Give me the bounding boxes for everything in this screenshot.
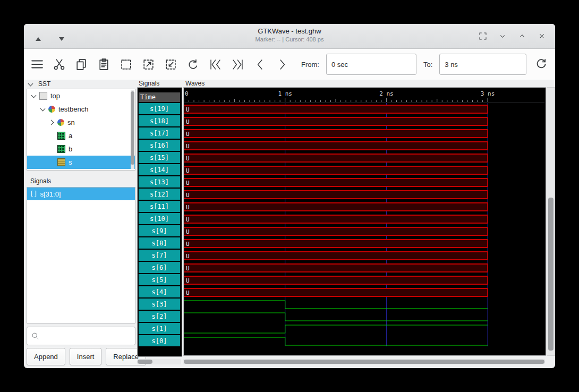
from-input[interactable] xyxy=(326,54,416,75)
signal-name-cell-s[15][interactable]: s[15] xyxy=(139,152,180,163)
menu-button[interactable] xyxy=(29,57,45,72)
signal-name-cell-s[19][interactable]: s[19] xyxy=(139,103,180,114)
waves-vscrollbar-thumb[interactable] xyxy=(548,198,554,351)
tree-indent-spacer xyxy=(49,133,54,138)
chip-icon xyxy=(39,92,47,100)
paste-button[interactable] xyxy=(96,57,112,72)
titlebar[interactable]: GTKWave - test.ghw Marker: -- | Cursor: … xyxy=(24,24,555,49)
tree-item-top[interactable]: top xyxy=(27,89,135,103)
signal-name-cell-s[9][interactable]: s[9] xyxy=(139,225,180,236)
signal-name-cell-s[8][interactable]: s[8] xyxy=(139,237,180,249)
titlebar-down-arrow-button[interactable] xyxy=(56,33,67,45)
zoom-undo-button[interactable] xyxy=(185,57,201,72)
maximize-button[interactable] xyxy=(516,30,528,42)
signal-name-cell-s[4][interactable]: s[4] xyxy=(139,286,180,297)
waves-hscrollbar[interactable] xyxy=(183,359,545,364)
sst-section-header[interactable]: SST xyxy=(28,80,50,88)
sst-scrollbar[interactable] xyxy=(131,90,134,169)
zoom-in-icon xyxy=(142,58,155,71)
zoom-out-button[interactable] xyxy=(163,57,178,72)
signal-name-cell-s[10][interactable]: s[10] xyxy=(139,213,180,224)
collapse-chevron-icon[interactable] xyxy=(28,82,33,87)
titlebar-up-arrow-button[interactable] xyxy=(32,33,44,45)
to-input[interactable] xyxy=(439,54,526,75)
signal-name-cell-s[17][interactable]: s[17] xyxy=(139,127,180,139)
signals-list-panel: []s[31:0] xyxy=(27,187,135,323)
signal-name-cell-s[18][interactable]: s[18] xyxy=(139,115,180,126)
tree-item-label: testbench xyxy=(58,105,88,113)
tree-item-a[interactable]: a xyxy=(27,129,135,142)
reload-icon xyxy=(534,57,548,71)
tree-item-b[interactable]: b xyxy=(27,142,135,156)
tree-item-label: sn xyxy=(67,118,75,126)
down-triangle-icon xyxy=(59,37,64,41)
append-button[interactable]: Append xyxy=(27,348,65,365)
tree-item-label: top xyxy=(50,92,60,100)
jump-start-button[interactable] xyxy=(208,57,223,72)
signal-name-cell-s[7][interactable]: s[7] xyxy=(139,250,180,261)
menu-icon xyxy=(30,57,44,71)
svg-text:U: U xyxy=(186,143,190,150)
waves-vscrollbar[interactable] xyxy=(547,87,555,356)
tree-indent-spacer xyxy=(49,160,54,165)
from-label: From: xyxy=(301,61,319,69)
list-item-label: s[31:0] xyxy=(40,190,61,198)
signal-name-cell-s[6][interactable]: s[6] xyxy=(139,262,180,273)
sst-scrollbar-thumb[interactable] xyxy=(131,91,134,165)
search-box xyxy=(27,327,135,345)
next-edge-button[interactable] xyxy=(275,57,290,72)
close-icon xyxy=(537,31,547,41)
tree-item-sn[interactable]: sn xyxy=(27,116,135,129)
fullscreen-button[interactable] xyxy=(477,30,489,42)
signal-name-cell-s[2][interactable]: s[2] xyxy=(139,311,180,322)
vector-icon xyxy=(57,132,65,140)
zoom-fit-button[interactable] xyxy=(118,57,134,72)
module-icon xyxy=(48,106,55,113)
signals-list: []s[31:0] xyxy=(27,188,135,200)
cut-button[interactable] xyxy=(52,57,67,72)
signal-name-cell-s[16][interactable]: s[16] xyxy=(139,140,180,151)
tree-item-testbench[interactable]: testbench xyxy=(27,103,135,116)
signal-name-cell-s[12][interactable]: s[12] xyxy=(139,189,180,200)
window-statusline: Marker: -- | Cursor: 408 ps xyxy=(88,36,491,42)
signal-name-cell-s[0][interactable]: s[0] xyxy=(139,335,180,346)
bus-bracket-icon: [] xyxy=(30,190,37,198)
svg-text:U: U xyxy=(186,180,190,186)
minimize-button[interactable] xyxy=(497,30,508,42)
tree-item-label: b xyxy=(69,145,72,153)
expander-icon[interactable] xyxy=(49,120,54,125)
waveform-svg[interactable]: 01 ns2 ns3 nsUUUUUUUUUUUUUUUU xyxy=(184,88,544,354)
copy-button[interactable] xyxy=(74,57,89,72)
insert-button[interactable]: Insert xyxy=(70,348,102,365)
signal-name-cell-s[14][interactable]: s[14] xyxy=(139,164,180,175)
signal-name-cell-s[13][interactable]: s[13] xyxy=(139,176,180,188)
jump-end-button[interactable] xyxy=(230,57,245,72)
zoom-in-button[interactable] xyxy=(141,57,156,72)
names-hscrollbar[interactable] xyxy=(137,359,181,364)
signal-name-cell-s[3][interactable]: s[3] xyxy=(139,299,180,310)
expander-icon[interactable] xyxy=(31,93,36,98)
close-button[interactable] xyxy=(536,30,548,42)
copy-icon xyxy=(75,58,88,71)
time-header[interactable]: Time xyxy=(139,92,180,102)
sst-tree-panel: toptestbenchsnabs xyxy=(27,89,135,171)
signal-name-cell-s[5][interactable]: s[5] xyxy=(139,274,180,285)
signal-name-cell-s[1][interactable]: s[1] xyxy=(139,323,180,334)
list-item-s[31:0][interactable]: []s[31:0] xyxy=(27,188,135,200)
vector-icon xyxy=(57,145,65,153)
tree-item-s[interactable]: s xyxy=(27,156,135,169)
svg-text:0: 0 xyxy=(185,90,189,97)
search-input[interactable] xyxy=(42,327,138,345)
waves-frame-label: Waves xyxy=(185,80,205,87)
waves-panel[interactable]: 01 ns2 ns3 nsUUUUUUUUUUUUUUUU xyxy=(183,87,546,356)
expander-icon[interactable] xyxy=(40,107,45,112)
names-hscrollbar-thumb[interactable] xyxy=(138,360,152,364)
prev-edge-button[interactable] xyxy=(252,57,268,72)
search-icon xyxy=(31,332,39,340)
svg-text:1 ns: 1 ns xyxy=(278,90,292,97)
svg-text:U: U xyxy=(186,131,190,138)
reload-button[interactable] xyxy=(533,57,549,72)
chevron-right-icon xyxy=(275,57,289,72)
signal-name-cell-s[11][interactable]: s[11] xyxy=(139,201,180,212)
waves-hscrollbar-thumb[interactable] xyxy=(184,360,544,364)
